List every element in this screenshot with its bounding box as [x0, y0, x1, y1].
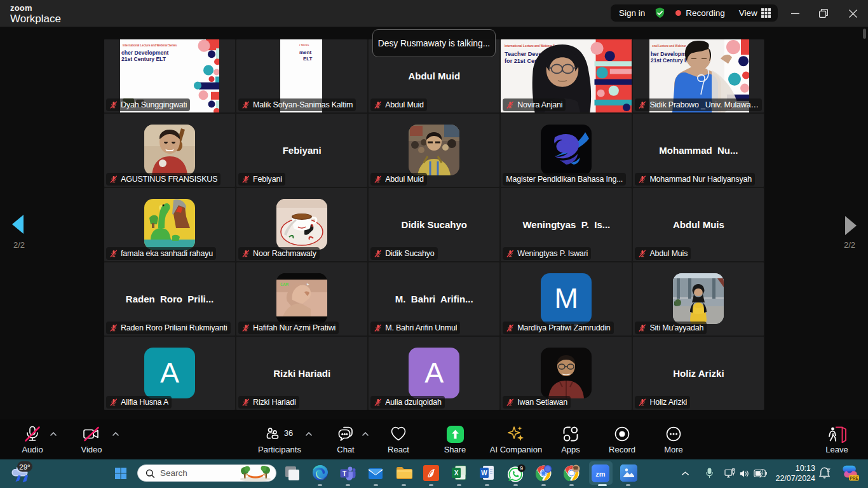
svg-text:CAM: CAM — [280, 282, 288, 287]
svg-text:ELT: ELT — [303, 56, 313, 62]
svg-text:International Lecture and Webi: International Lecture and Webinar Series — [123, 44, 177, 47]
svg-text:r Series: r Series — [299, 43, 309, 46]
svg-text:her Developme: her Developme — [651, 51, 689, 57]
svg-text:ment: ment — [299, 50, 311, 55]
svg-text:21st Century ELT: 21st Century ELT — [121, 56, 166, 62]
svg-text:cher Development: cher Development — [121, 50, 169, 56]
svg-text:21st Century EL: 21st Century EL — [651, 57, 691, 64]
svg-text:▶: ▶ — [307, 281, 309, 286]
svg-text:onal Lecture and Webinar: onal Lecture and Webinar — [652, 44, 686, 48]
